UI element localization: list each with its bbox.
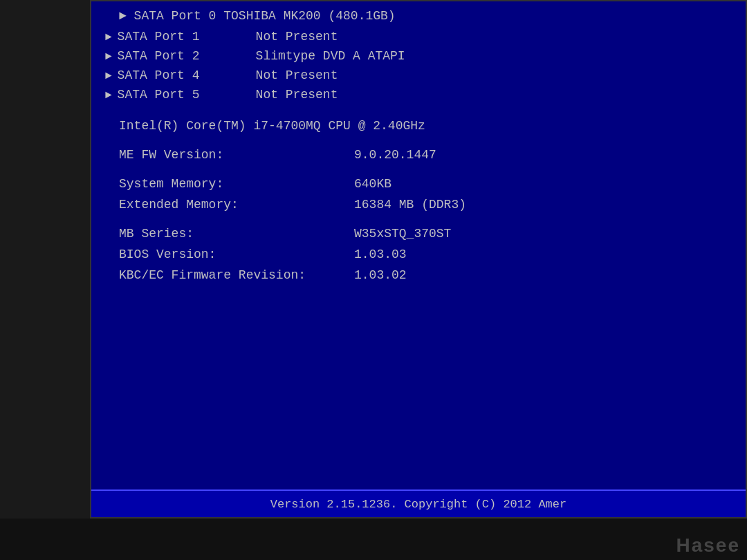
extended-memory-value: 16384 MB (DDR3) [354, 196, 466, 215]
bios-version-label: BIOS Version: [119, 245, 354, 265]
mb-series-value: W35xSTQ_370ST [354, 225, 451, 244]
extended-memory-row: Extended Memory: 16384 MB (DDR3) [119, 196, 732, 215]
bottom-bar: Hasee [0, 519, 747, 560]
sata-port-2-label: SATA Port 2 [118, 47, 256, 66]
system-memory-row: System Memory: 640KB [119, 175, 732, 194]
system-memory-label: System Memory: [119, 175, 354, 194]
bios-screen: ► SATA Port 0 TOSHIBA MK200 (480.1GB) ► … [90, 0, 747, 519]
bios-version-value: 1.03.03 [354, 245, 407, 265]
sata-port-5-row: ► SATA Port 5 Not Present [105, 86, 732, 105]
sata-port-4-label: SATA Port 4 [118, 66, 256, 86]
sata-port-0-row: ► SATA Port 0 TOSHIBA MK200 (480.1GB) [105, 7, 732, 26]
arrow-icon: ► [105, 87, 112, 104]
left-panel [0, 0, 90, 519]
sata-port-2-row: ► SATA Port 2 Slimtype DVD A ATAPI [105, 47, 732, 66]
arrow-icon: ► [105, 29, 112, 46]
mb-series-row: MB Series: W35xSTQ_370ST [119, 225, 732, 244]
kbc-ec-row: KBC/EC Firmware Revision: 1.03.02 [119, 266, 732, 286]
me-fw-row: ME FW Version: 9.0.20.1447 [119, 146, 732, 165]
system-memory-value: 640KB [354, 175, 391, 194]
sata-port-5-value: Not Present [256, 86, 338, 105]
kbc-ec-label: KBC/EC Firmware Revision: [119, 266, 354, 286]
cpu-info-line: Intel(R) Core(TM) i7-4700MQ CPU @ 2.40GH… [105, 117, 732, 136]
info-table: ME FW Version: 9.0.20.1447 System Memory… [105, 146, 732, 285]
bios-version-row: BIOS Version: 1.03.03 [119, 245, 732, 265]
mb-series-label: MB Series: [119, 225, 354, 244]
sata-port-4-value: Not Present [256, 66, 338, 86]
kbc-ec-value: 1.03.02 [354, 266, 407, 286]
status-text: Version 2.15.1236. Copyright (C) 2012 Am… [270, 498, 566, 511]
arrow-icon: ► [105, 68, 112, 85]
sata-port-1-row: ► SATA Port 1 Not Present [105, 28, 732, 47]
sata-port-1-label: SATA Port 1 [118, 28, 256, 47]
sata-port-5-label: SATA Port 5 [118, 86, 256, 105]
me-fw-value: 9.0.20.1447 [354, 146, 436, 165]
sata-port-2-value: Slimtype DVD A ATAPI [256, 47, 405, 66]
bios-status-bar: Version 2.15.1236. Copyright (C) 2012 Am… [91, 489, 746, 517]
sata-port-1-value: Not Present [256, 28, 338, 47]
extended-memory-label: Extended Memory: [119, 196, 354, 215]
arrow-icon: ► [105, 48, 112, 66]
photo-frame: ► SATA Port 0 TOSHIBA MK200 (480.1GB) ► … [0, 0, 747, 560]
sata-port-4-row: ► SATA Port 4 Not Present [105, 66, 732, 86]
me-fw-label: ME FW Version: [119, 146, 354, 165]
bios-content: ► SATA Port 0 TOSHIBA MK200 (480.1GB) ► … [91, 1, 746, 489]
hasee-logo: Hasee [676, 534, 740, 557]
